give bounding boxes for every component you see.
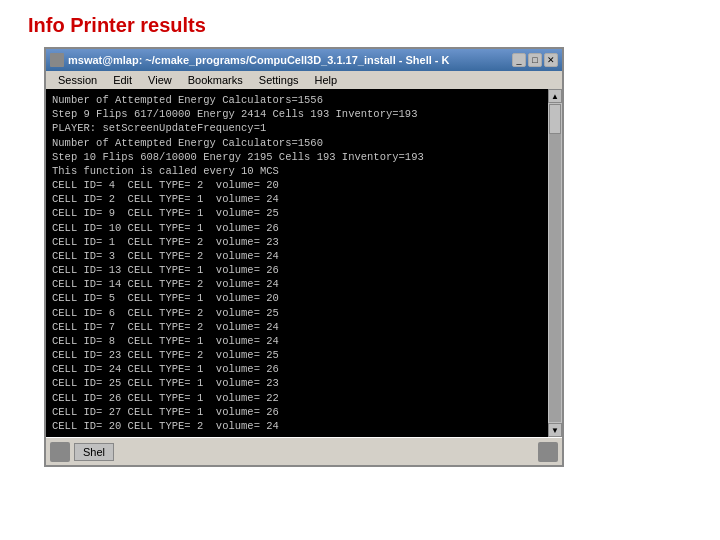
menu-help[interactable]: Help — [307, 73, 346, 87]
scroll-up-button[interactable]: ▲ — [548, 89, 562, 103]
minimize-button[interactable]: _ — [512, 53, 526, 67]
maximize-button[interactable]: □ — [528, 53, 542, 67]
menu-bar: Session Edit View Bookmarks Settings Hel… — [46, 71, 562, 89]
close-button[interactable]: ✕ — [544, 53, 558, 67]
menu-settings[interactable]: Settings — [251, 73, 307, 87]
taskbar-app-icon — [50, 442, 70, 462]
menu-view[interactable]: View — [140, 73, 180, 87]
terminal-icon — [50, 53, 64, 67]
scroll-down-button[interactable]: ▼ — [548, 423, 562, 437]
terminal-content-area: Number of Attempted Energy Calculators=1… — [46, 89, 562, 437]
scrollbar-thumb[interactable] — [549, 104, 561, 134]
terminal-output[interactable]: Number of Attempted Energy Calculators=1… — [46, 89, 548, 437]
taskbar-shell-button[interactable]: Shel — [74, 443, 114, 461]
window-controls: _ □ ✕ — [512, 53, 558, 67]
menu-edit[interactable]: Edit — [105, 73, 140, 87]
title-bar-left: mswat@mlap: ~/cmake_programs/CompuCell3D… — [50, 53, 450, 67]
title-bar: mswat@mlap: ~/cmake_programs/CompuCell3D… — [46, 49, 562, 71]
scrollbar-track — [549, 104, 561, 422]
terminal-wrapper: mswat@mlap: ~/cmake_programs/CompuCell3D… — [44, 47, 564, 467]
terminal-window: mswat@mlap: ~/cmake_programs/CompuCell3D… — [44, 47, 564, 467]
taskbar-shell-label: Shel — [83, 446, 105, 458]
taskbar: Shel — [46, 437, 562, 465]
scrollbar-vertical[interactable]: ▲ ▼ — [548, 89, 562, 437]
menu-session[interactable]: Session — [50, 73, 105, 87]
taskbar-right-icon — [538, 442, 558, 462]
menu-bookmarks[interactable]: Bookmarks — [180, 73, 251, 87]
page-title: Info Printer results — [0, 0, 720, 47]
window-title: mswat@mlap: ~/cmake_programs/CompuCell3D… — [68, 54, 450, 66]
